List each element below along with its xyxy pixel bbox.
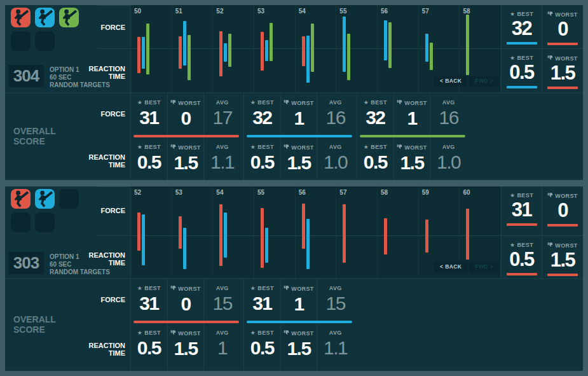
- best-label: BEST: [257, 144, 274, 150]
- target-icon-blue[interactable]: [35, 189, 55, 209]
- avg-header: AVG: [430, 144, 467, 150]
- star-icon: ★: [250, 100, 256, 106]
- score-group-blue: ★BEST31WORST1AVG15★BEST0.5WORST1.5AVG1.1: [243, 279, 353, 371]
- target-slot-empty: [11, 212, 31, 232]
- summary-best-force-value: 32: [502, 18, 542, 39]
- best-header: ★BEST: [357, 144, 393, 150]
- worst-underline: [547, 43, 578, 45]
- fwd-button[interactable]: FWD >: [469, 261, 499, 272]
- thumbs-down-icon: [397, 144, 402, 151]
- score-best-reaction-value: 0.5: [357, 151, 393, 172]
- red-range-bar: [219, 31, 222, 76]
- back-button[interactable]: < BACK: [434, 261, 467, 272]
- best-header: ★BEST: [244, 330, 280, 336]
- reaction-summary-row: ★BEST0.5WORST1.5: [502, 235, 583, 278]
- column-number-label: 54: [299, 8, 306, 15]
- score-best-force-value: 32: [244, 107, 280, 128]
- session-id: 303: [8, 252, 44, 274]
- star-icon: ★: [250, 330, 256, 336]
- blue-range-bar: [224, 212, 227, 258]
- column-number-label: 58: [463, 8, 470, 15]
- reaction-time-axis-label: REACTION TIME: [83, 65, 125, 80]
- force-score-row: ★BEST31WORST1AVG15: [244, 279, 353, 320]
- column-number-label: 56: [381, 8, 388, 15]
- score-best-force-value: 31: [244, 293, 280, 314]
- best-label: BEST: [517, 55, 533, 61]
- force-axis-label: FORCE: [101, 207, 126, 214]
- best-label: BEST: [517, 242, 533, 248]
- worst-header: WORST: [542, 55, 583, 62]
- green-range-bar: [466, 15, 469, 75]
- avg-label: AVG: [216, 330, 229, 336]
- summary-best-reaction: ★BEST0.5: [502, 49, 542, 92]
- avg-label: AVG: [216, 285, 229, 291]
- avg-header: AVG: [204, 330, 240, 336]
- worst-label: WORST: [178, 286, 201, 292]
- worst-header: WORST: [281, 144, 317, 151]
- score-cell-best-reaction: ★BEST0.5: [131, 138, 168, 180]
- score-group-red: ★BEST31WORST0AVG15★BEST0.5WORST1.5AVG1: [130, 279, 240, 371]
- star-icon: ★: [510, 11, 515, 17]
- best-label: BEST: [144, 144, 161, 150]
- best-header: ★BEST: [244, 99, 280, 106]
- thumbs-down-icon: [547, 192, 553, 199]
- summary-worst-force: WORST0: [542, 186, 583, 235]
- force-row-label: FORCE: [101, 296, 126, 303]
- worst-label: WORST: [555, 242, 578, 249]
- worst-header: WORST: [168, 99, 204, 106]
- reaction-score-row: ★BEST0.5WORST1.5AVG1.1: [131, 138, 240, 180]
- best-underline: [507, 273, 537, 275]
- best-label: BEST: [371, 144, 387, 150]
- back-button[interactable]: < BACK: [434, 76, 467, 87]
- score-cell-worst-reaction: WORST1.5: [281, 138, 318, 180]
- red-range-bar: [466, 209, 469, 260]
- star-icon: ★: [364, 100, 369, 106]
- best-header: ★BEST: [502, 11, 542, 17]
- green-range-bar: [430, 43, 433, 70]
- avg-label: AVG: [329, 285, 342, 291]
- score-best-force-value: 32: [357, 107, 393, 128]
- kick-icon: [35, 8, 55, 27]
- green-range-bar: [270, 23, 273, 61]
- chart-pagination: < BACKFWD >: [434, 76, 499, 87]
- summary-worst-reaction-value: 1.5: [542, 62, 583, 84]
- star-icon: ★: [137, 144, 142, 150]
- thumbs-down-icon: [547, 11, 553, 18]
- green-group-line: [360, 135, 465, 137]
- star-icon: ★: [510, 55, 515, 61]
- fwd-button[interactable]: FWD >: [469, 76, 499, 87]
- target-icon-red[interactable]: [11, 8, 31, 27]
- column-number-label: 56: [299, 189, 306, 196]
- score-worst-force-value: 0: [168, 108, 204, 129]
- thumbs-down-icon: [547, 242, 553, 249]
- score-avg-force-value: 15: [317, 293, 353, 314]
- worst-label: WORST: [178, 144, 201, 151]
- best-label: BEST: [257, 330, 274, 336]
- session-mode: RANDOM TARGETS: [50, 268, 110, 276]
- chart-column-51: 51: [172, 5, 214, 92]
- score-cell-avg-reaction: AVG1.1: [317, 324, 353, 371]
- red-range-bar: [179, 216, 182, 249]
- score-group-green: ★BEST32WORST1AVG16★BEST0.5WORST1.5AVG1.0: [357, 94, 467, 180]
- column-number-label: 53: [175, 189, 182, 196]
- score-cell-avg-force: AVG15: [204, 279, 240, 320]
- score-avg-reaction-value: 1: [204, 337, 240, 358]
- target-icon-blue[interactable]: [35, 8, 55, 27]
- score-cell-best-reaction: ★BEST0.5: [244, 138, 281, 180]
- overall-score-labels: OVERALL SCOREFORCEREACTION TIME: [5, 94, 130, 180]
- force-score-row: ★BEST31WORST0AVG17: [131, 94, 240, 134]
- column-number-label: 57: [422, 8, 429, 15]
- blue-range-bar: [142, 37, 145, 69]
- green-range-bar: [228, 34, 231, 67]
- kick-icon: [11, 8, 31, 27]
- target-icon-red[interactable]: [11, 189, 31, 209]
- best-header: ★BEST: [244, 285, 280, 291]
- best-header: ★BEST: [244, 144, 280, 150]
- best-label: BEST: [517, 11, 533, 17]
- worst-label: WORST: [178, 330, 201, 337]
- worst-underline: [547, 87, 578, 89]
- kick-icon: [35, 189, 55, 209]
- target-icon-green[interactable]: [59, 8, 79, 27]
- best-label: BEST: [517, 192, 533, 198]
- worst-underline: [547, 224, 578, 226]
